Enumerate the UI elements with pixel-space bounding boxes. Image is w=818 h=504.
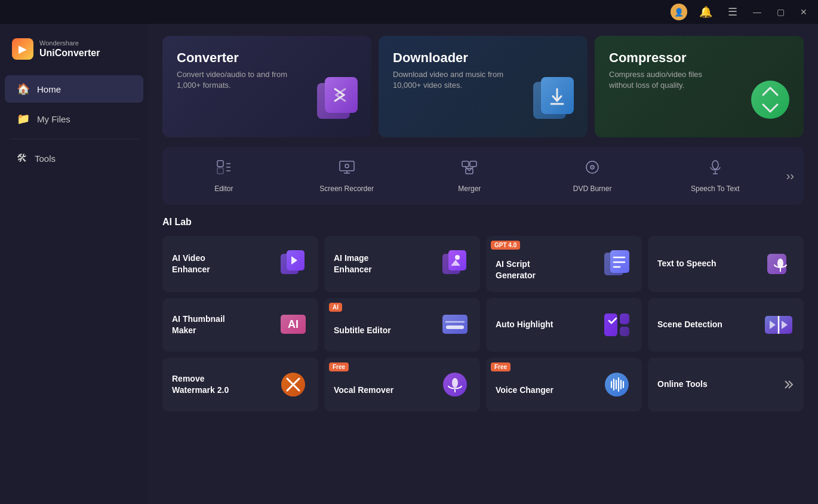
ai-card-remove-watermark[interactable]: RemoveWatermark 2.0 — [162, 358, 318, 411]
remove-watermark-title: RemoveWatermark 2.0 — [172, 373, 229, 396]
maximize-button[interactable]: ▢ — [773, 6, 788, 18]
user-icon[interactable]: 👤 — [671, 4, 687, 20]
compressor-title: Compressor — [609, 50, 789, 66]
dvd-burner-label: DVD Burner — [573, 185, 612, 193]
svg-rect-42 — [446, 325, 464, 329]
converter-desc: Convert video/audio to and from 1,000+ f… — [177, 69, 294, 91]
ai-card-text-to-speech[interactable]: Text to Speech — [648, 236, 804, 292]
menu-icon[interactable]: ☰ — [724, 4, 741, 20]
minimize-button[interactable]: — — [749, 6, 765, 18]
ai-video-enhancer-title: AI VideoEnhancer — [172, 253, 210, 275]
dvd-burner-icon — [584, 159, 601, 180]
tool-editor[interactable]: Editor — [162, 153, 285, 199]
ai-thumbnail-maker-title: AI ThumbnailMaker — [172, 314, 225, 336]
tool-dvd-burner[interactable]: DVD Burner — [531, 153, 654, 199]
notification-icon[interactable]: 🔔 — [696, 4, 716, 20]
ai-card-script-generator[interactable]: GPT 4.0 AI ScriptGenerator — [486, 236, 642, 292]
screen-recorder-icon — [339, 159, 355, 180]
tools-icon: 🛠 — [17, 152, 27, 165]
vocal-remover-icon — [439, 369, 470, 400]
subtitle-editor-title: Subtitle Editor — [334, 325, 391, 336]
logo-brand: Wondershare — [39, 39, 100, 47]
svg-rect-1 — [325, 77, 358, 113]
svg-rect-36 — [767, 254, 786, 274]
tools-row: Editor Screen Recorder Merger DVD Burner — [162, 147, 804, 205]
sidebar-item-myfiles-label: My Files — [37, 114, 70, 124]
svg-point-30 — [455, 255, 460, 260]
ai-card-auto-highlight[interactable]: Auto Highlight — [486, 298, 642, 352]
ai-card-subtitle-editor[interactable]: AI Subtitle Editor — [324, 298, 480, 352]
svg-rect-41 — [442, 315, 468, 334]
voice-changer-icon — [601, 369, 632, 400]
svg-point-12 — [345, 164, 349, 168]
ai-lab-title: AI Lab — [162, 217, 804, 228]
svg-rect-46 — [620, 327, 629, 336]
voice-changer-title: Voice Changer — [496, 385, 553, 396]
ai-card-voice-changer[interactable]: Free Voice Changer — [486, 358, 642, 411]
home-icon: 🏠 — [17, 82, 30, 96]
ai-grid: AI VideoEnhancer AI ImageEnhancer — [162, 236, 804, 411]
tool-speech-to-text[interactable]: Speech To Text — [654, 153, 777, 199]
vocal-remover-title: Vocal Remover — [334, 385, 393, 396]
scene-detection-icon — [763, 309, 794, 340]
downloader-icon — [530, 77, 578, 130]
converter-icon — [314, 77, 362, 130]
title-bar: 👤 🔔 ☰ — ▢ ✕ — [0, 0, 818, 24]
ai-card-online-tools[interactable]: Online Tools — [648, 358, 804, 411]
auto-highlight-icon — [601, 309, 632, 340]
tools-more-button[interactable]: ›› — [777, 169, 804, 183]
sidebar-item-tools[interactable]: 🛠 Tools — [5, 145, 143, 172]
scene-detection-title: Scene Detection — [657, 319, 722, 330]
svg-point-5 — [751, 81, 789, 119]
svg-point-22 — [592, 167, 593, 168]
ai-image-enhancer-icon — [439, 248, 470, 279]
auto-highlight-title: Auto Highlight — [496, 319, 553, 330]
text-to-speech-title: Text to Speech — [657, 258, 716, 269]
editor-icon — [216, 159, 232, 180]
ai-script-generator-title: AI ScriptGenerator — [496, 259, 536, 281]
merger-label: Merger — [458, 185, 481, 193]
svg-rect-16 — [470, 161, 476, 167]
ai-card-thumbnail-maker[interactable]: AI ThumbnailMaker AI — [162, 298, 318, 352]
close-button[interactable]: ✕ — [797, 6, 811, 18]
compressor-icon — [746, 77, 794, 130]
main-content: Converter Convert video/audio to and fro… — [148, 24, 818, 504]
tool-merger[interactable]: Merger — [408, 153, 531, 199]
ai-thumbnail-maker-icon: AI — [278, 309, 309, 340]
compressor-card[interactable]: Compressor Compress audio/video files wi… — [595, 36, 804, 137]
converter-title: Converter — [177, 50, 357, 66]
tool-screen-recorder[interactable]: Screen Recorder — [285, 153, 408, 199]
sidebar-item-home[interactable]: 🏠 Home — [5, 75, 143, 103]
svg-rect-11 — [340, 161, 354, 171]
logo-icon: ▶ — [12, 38, 33, 60]
compressor-desc: Compress audio/video files without loss … — [609, 69, 726, 91]
merger-icon — [461, 159, 478, 180]
ai-script-generator-icon — [601, 248, 632, 279]
ai-card-scene-detection[interactable]: Scene Detection — [648, 298, 804, 352]
sidebar-item-home-label: Home — [37, 84, 61, 94]
sidebar-item-myfiles[interactable]: 📁 My Files — [5, 105, 143, 133]
logo-text: Wondershare UniConverter — [39, 39, 100, 59]
svg-text:AI: AI — [288, 318, 299, 330]
svg-point-53 — [452, 378, 458, 388]
ai-card-video-enhancer[interactable]: AI VideoEnhancer — [162, 236, 318, 292]
ai-card-vocal-remover[interactable]: Free Vocal Remover — [324, 358, 480, 411]
downloader-desc: Download video and music from 10,000+ vi… — [393, 69, 510, 91]
sidebar-item-tools-label: Tools — [35, 153, 56, 164]
logo-product: UniConverter — [39, 47, 100, 59]
remove-watermark-icon — [278, 369, 309, 400]
free-badge-voice: Free — [491, 362, 511, 371]
screen-recorder-label: Screen Recorder — [319, 185, 374, 193]
downloader-card[interactable]: Downloader Download video and music from… — [379, 36, 588, 137]
editor-label: Editor — [214, 185, 233, 193]
svg-point-23 — [712, 161, 718, 169]
ai-card-image-enhancer[interactable]: AI ImageEnhancer — [324, 236, 480, 292]
svg-rect-29 — [448, 250, 466, 271]
speech-to-text-icon — [707, 159, 724, 180]
hero-grid: Converter Convert video/audio to and fro… — [162, 36, 804, 137]
logo-area: ▶ Wondershare UniConverter — [0, 33, 148, 74]
app-layout: ▶ Wondershare UniConverter 🏠 Home 📁 My F… — [0, 24, 818, 504]
sidebar: ▶ Wondershare UniConverter 🏠 Home 📁 My F… — [0, 24, 148, 504]
converter-card[interactable]: Converter Convert video/audio to and fro… — [162, 36, 371, 137]
ai-video-enhancer-icon — [278, 248, 309, 279]
